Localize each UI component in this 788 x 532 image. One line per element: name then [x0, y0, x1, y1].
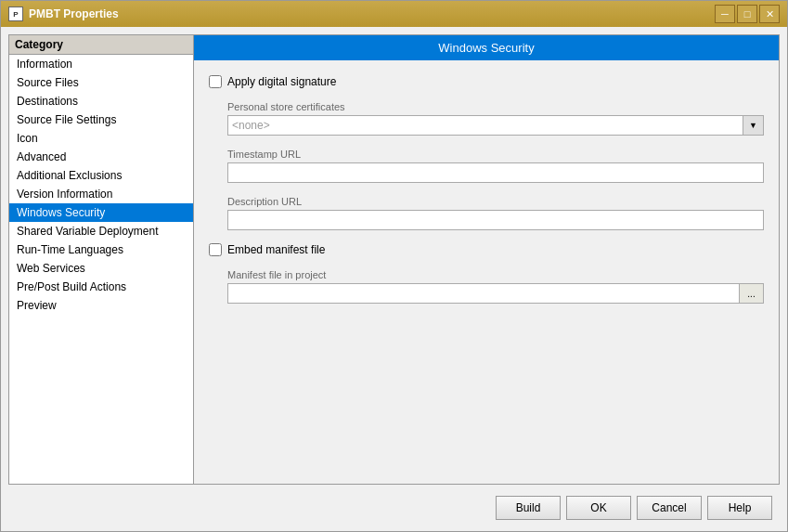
apply-digital-signature-label[interactable]: Apply digital signature — [227, 75, 336, 88]
manifest-file-row: Manifest file in project ... — [209, 269, 764, 304]
sidebar-item-source-file-settings[interactable]: Source File Settings — [9, 110, 193, 129]
description-url-input[interactable] — [227, 210, 764, 230]
description-url-label: Description URL — [227, 196, 764, 207]
sidebar-item-preview[interactable]: Preview — [9, 296, 193, 315]
window-title: PMBT Properties — [29, 7, 119, 20]
timestamp-url-input[interactable] — [227, 162, 764, 183]
personal-store-dropdown-arrow[interactable]: ▼ — [743, 115, 764, 136]
sidebar-item-additional-exclusions[interactable]: Additional Exclusions — [9, 166, 193, 185]
embed-manifest-label[interactable]: Embed manifest file — [227, 243, 325, 256]
sidebar-item-windows-security[interactable]: Windows Security — [9, 203, 193, 222]
maximize-button[interactable]: □ — [737, 5, 757, 23]
manifest-file-input-row: ... — [227, 283, 764, 304]
personal-store-row: Personal store certificates <none> ▼ — [209, 101, 764, 136]
sidebar-item-advanced[interactable]: Advanced — [9, 148, 193, 166]
manifest-file-label: Manifest file in project — [227, 269, 764, 280]
sidebar-item-shared-variable-deployment[interactable]: Shared Variable Deployment — [9, 222, 193, 240]
apply-digital-signature-row: Apply digital signature — [209, 75, 764, 88]
timestamp-url-row: Timestamp URL — [209, 149, 764, 183]
description-url-row: Description URL — [209, 196, 764, 230]
help-button[interactable]: Help — [707, 496, 772, 520]
main-content: Category Information Source Files Destin… — [8, 34, 780, 485]
sidebar-item-pre-post-build-actions[interactable]: Pre/Post Build Actions — [9, 278, 193, 296]
sidebar-item-information[interactable]: Information — [9, 55, 193, 73]
personal-store-select[interactable]: <none> — [227, 115, 743, 136]
embed-manifest-checkbox[interactable] — [209, 243, 222, 256]
close-button[interactable]: ✕ — [759, 5, 780, 23]
timestamp-url-label: Timestamp URL — [227, 149, 764, 160]
app-icon: P — [8, 6, 23, 21]
title-bar: P PMBT Properties ─ □ ✕ — [1, 1, 787, 27]
sidebar-item-version-information[interactable]: Version Information — [9, 185, 193, 203]
window-body: Category Information Source Files Destin… — [1, 27, 787, 531]
manifest-file-input[interactable] — [227, 283, 740, 304]
manifest-file-browse-button[interactable]: ... — [740, 283, 764, 304]
sidebar-item-icon[interactable]: Icon — [9, 129, 193, 148]
footer: Build OK Cancel Help — [8, 492, 780, 524]
sidebar-item-web-services[interactable]: Web Services — [9, 259, 193, 278]
content-panel: Windows Security Apply digital signature… — [194, 34, 780, 485]
title-bar-left: P PMBT Properties — [8, 6, 119, 21]
sidebar-item-destinations[interactable]: Destinations — [9, 92, 193, 110]
minimize-button[interactable]: ─ — [715, 5, 735, 23]
ok-button[interactable]: OK — [566, 496, 631, 520]
personal-store-label: Personal store certificates — [227, 101, 764, 112]
sidebar-item-source-files[interactable]: Source Files — [9, 73, 193, 92]
sidebar: Category Information Source Files Destin… — [8, 34, 194, 485]
build-button[interactable]: Build — [496, 496, 561, 520]
title-bar-controls: ─ □ ✕ — [715, 5, 780, 23]
sidebar-header: Category — [9, 35, 193, 55]
sidebar-item-run-time-languages[interactable]: Run-Time Languages — [9, 240, 193, 259]
content-body: Apply digital signature Personal store c… — [194, 60, 779, 484]
content-header: Windows Security — [194, 35, 779, 60]
personal-store-select-row: <none> ▼ — [227, 115, 764, 136]
cancel-button[interactable]: Cancel — [637, 496, 702, 520]
main-window: P PMBT Properties ─ □ ✕ Category Informa… — [0, 0, 788, 532]
embed-manifest-row: Embed manifest file — [209, 243, 764, 256]
apply-digital-signature-checkbox[interactable] — [209, 75, 222, 88]
